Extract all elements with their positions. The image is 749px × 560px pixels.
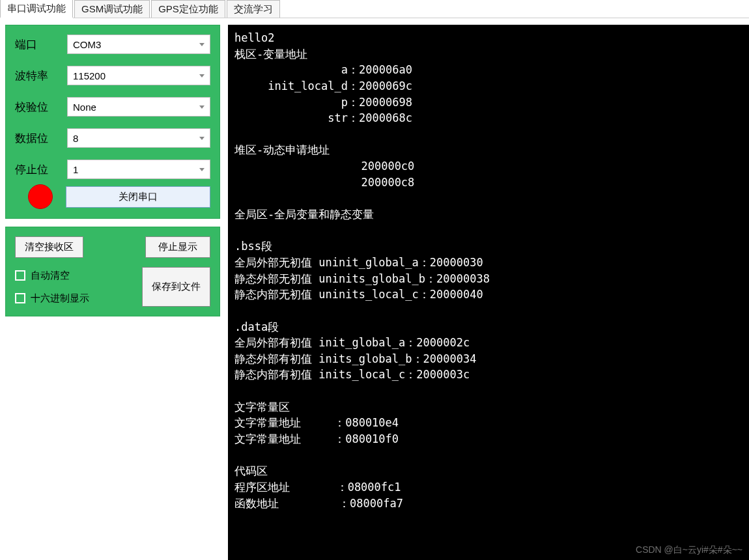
baud-label: 波特率 — [15, 68, 67, 83]
clear-receive-button[interactable]: 清空接收区 — [15, 236, 83, 258]
port-label: 端口 — [15, 37, 67, 52]
stopbits-select[interactable]: 1 — [67, 160, 210, 179]
checkbox-icon — [15, 293, 25, 303]
stopbits-label: 停止位 — [15, 162, 67, 177]
tab-bar: 串口调试功能 GSM调试功能 GPS定位功能 交流学习 — [0, 0, 749, 18]
hex-display-label: 十六进制显示 — [31, 292, 89, 305]
tab-gsm-debug[interactable]: GSM调试功能 — [74, 0, 150, 18]
chevron-down-icon — [199, 74, 205, 77]
tab-serial-debug[interactable]: 串口调试功能 — [0, 0, 73, 18]
port-select[interactable]: COM3 — [67, 35, 210, 54]
close-port-button[interactable]: 关闭串口 — [66, 186, 210, 208]
baud-value: 115200 — [73, 70, 106, 81]
port-value: COM3 — [73, 39, 101, 50]
parity-label: 校验位 — [15, 100, 67, 115]
databits-select[interactable]: 8 — [67, 128, 210, 148]
stop-display-button[interactable]: 停止显示 — [145, 236, 210, 258]
serial-config-panel: 端口 COM3 波特率 115200 校验位 None — [5, 25, 220, 219]
auto-clear-checkbox[interactable]: 自动清空 — [15, 270, 89, 282]
chevron-down-icon — [199, 137, 205, 140]
terminal-output[interactable]: hello2 栈区-变量地址 a：200006a0 init_local_d：2… — [228, 25, 749, 560]
terminal-text: hello2 栈区-变量地址 a：200006a0 init_local_d：2… — [234, 31, 490, 510]
connection-status-indicator — [28, 184, 53, 209]
tab-gps-locate[interactable]: GPS定位功能 — [151, 0, 225, 18]
hex-display-checkbox[interactable]: 十六进制显示 — [15, 292, 89, 305]
baud-select[interactable]: 115200 — [67, 66, 210, 85]
save-to-file-button[interactable]: 保存到文件 — [142, 267, 210, 307]
parity-select[interactable]: None — [67, 97, 210, 117]
chevron-down-icon — [199, 43, 205, 46]
databits-value: 8 — [73, 133, 78, 144]
watermark-text: CSDN @白~云yi#朵#朵~~ — [636, 543, 742, 556]
chevron-down-icon — [199, 105, 205, 109]
parity-value: None — [73, 102, 96, 113]
chevron-down-icon — [199, 168, 205, 171]
auto-clear-label: 自动清空 — [31, 270, 70, 282]
tab-exchange-learn[interactable]: 交流学习 — [227, 0, 280, 18]
databits-label: 数据位 — [15, 131, 67, 146]
checkbox-icon — [15, 270, 25, 281]
stopbits-value: 1 — [73, 164, 78, 175]
receive-control-panel: 清空接收区 停止显示 自动清空 十六进制显示 保存到文件 — [5, 227, 220, 316]
